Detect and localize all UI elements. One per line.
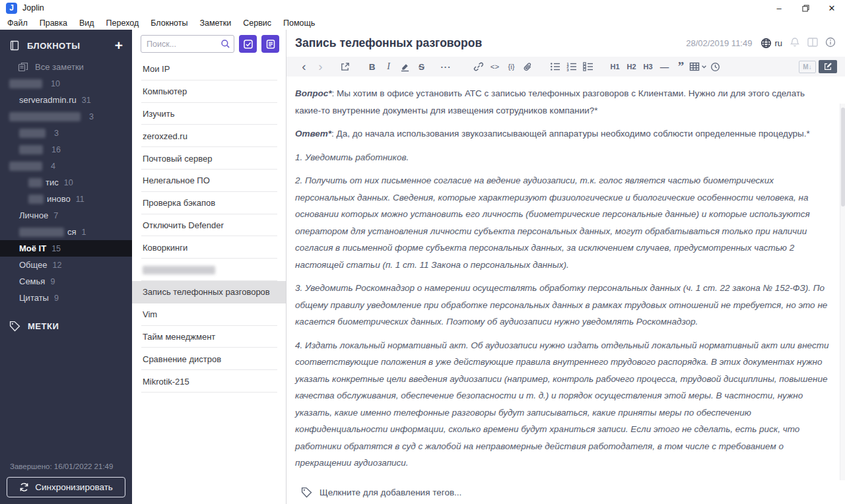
close-button[interactable]: ✕ [819, 0, 845, 16]
notebook-label: serveradmin.ru [19, 95, 77, 105]
sidebar-notebook-item[interactable]: 4 [0, 158, 132, 174]
sidebar-notebook-item[interactable]: Личное7 [0, 207, 132, 224]
more-icon[interactable]: ··· [438, 58, 454, 75]
sidebar-notebook-item[interactable]: Семья9 [0, 273, 132, 290]
sidebar-notebook-item[interactable]: Цитаты9 [0, 290, 132, 306]
new-todo-button[interactable] [239, 35, 257, 53]
attach-icon[interactable] [520, 58, 536, 75]
link-icon[interactable] [470, 58, 487, 75]
note-title-label: Почтовый сервер [143, 154, 212, 164]
menu-item[interactable]: Заметки [193, 18, 237, 28]
note-count: 12 [53, 261, 62, 270]
quote-icon[interactable]: ” [673, 58, 689, 75]
bold-icon[interactable]: B [364, 58, 380, 75]
sidebar-notebook-item[interactable]: 3 [0, 108, 132, 125]
note-list-item[interactable]: Тайм менеджмент [132, 326, 286, 348]
menu-item[interactable]: Блокноты [145, 18, 193, 28]
new-note-button[interactable] [261, 35, 279, 53]
toggle-markdown-editor-button[interactable]: M↓ [799, 61, 816, 73]
tag-bar[interactable]: Щелкните для добавления тегов... [287, 480, 845, 504]
synchronize-button[interactable]: Синхронизировать [7, 477, 125, 497]
set-alarm-icon[interactable] [790, 37, 800, 50]
new-notebook-button[interactable]: + [115, 41, 123, 50]
hr-icon[interactable]: — [656, 58, 673, 75]
note-list-item[interactable]: Запись телефонных разговоров [132, 281, 286, 303]
menu-item[interactable]: Вид [73, 18, 100, 28]
note-list-item[interactable]: zeroxzed.ru [132, 125, 286, 147]
note-paragraph: 1. Уведомить работников. [295, 149, 832, 166]
toggle-layout-icon[interactable] [807, 38, 818, 49]
edit-pencil-icon [823, 62, 832, 71]
sidebar-notebook-item[interactable]: Моё IT15 [0, 240, 132, 257]
search-icon [220, 39, 230, 51]
code-block-icon[interactable]: {i} [503, 58, 520, 75]
note-title[interactable]: Запись телефонных разговоров [295, 36, 686, 50]
notebook-label: Цитаты [19, 293, 49, 303]
note-list-item[interactable] [132, 259, 286, 281]
back-icon[interactable]: ‹ [296, 58, 312, 75]
notebook-label: Личное [19, 210, 48, 220]
forward-icon[interactable]: › [312, 58, 329, 75]
highlight-icon[interactable] [397, 58, 413, 75]
sidebar-item-all-notes[interactable]: Все заметки [0, 59, 132, 75]
insert-time-icon[interactable] [707, 58, 724, 75]
note-list-item[interactable]: Mikrotik-215 [132, 370, 286, 393]
sidebar-notebook-item[interactable]: иново11 [0, 191, 132, 207]
notebook-label: иново [47, 194, 71, 204]
menu-bar: ФайлПравкаВидПереходБлокнотыЗаметкиСерви… [0, 16, 845, 30]
sidebar-notebook-item[interactable]: 16 [0, 141, 132, 158]
svg-text:3: 3 [566, 68, 568, 72]
spellcheck-language[interactable]: ru [760, 38, 782, 49]
menu-item[interactable]: Сервис [237, 18, 277, 28]
note-list-item[interactable]: Проверка бэкапов [132, 192, 286, 214]
note-title-label: Vim [143, 309, 157, 319]
inline-code-icon[interactable]: <> [487, 58, 503, 75]
note-count: 7 [53, 211, 58, 220]
note-properties-icon[interactable] [825, 37, 836, 50]
bullet-list-icon[interactable] [547, 58, 563, 75]
sidebar-notebook-item[interactable]: 10 [0, 75, 132, 92]
sidebar-notebook-item[interactable]: serveradmin.ru31 [0, 92, 132, 108]
editor-scrollbar[interactable] [840, 104, 845, 480]
table-icon[interactable] [689, 58, 707, 75]
note-count: 16 [51, 145, 61, 154]
h3-icon[interactable]: H3 [640, 58, 656, 75]
menu-item[interactable]: Переход [100, 18, 145, 28]
h1-icon[interactable]: H1 [607, 58, 623, 75]
redacted-notebook-name [28, 178, 42, 187]
sidebar-notebook-item[interactable]: тис10 [0, 174, 132, 191]
strikethrough-icon[interactable]: S [413, 58, 430, 75]
sidebar-notebook-item[interactable]: 3 [0, 125, 132, 141]
toggle-richtext-editor-button[interactable] [819, 60, 837, 73]
menu-item[interactable]: Помощь [277, 18, 321, 28]
note-list-item[interactable]: Компьютер [132, 80, 286, 103]
note-list-item[interactable]: Мои IP [132, 58, 286, 80]
note-title-label: Изучить [143, 109, 174, 119]
numbered-list-icon[interactable]: 123 [563, 58, 580, 75]
italic-icon[interactable]: I [380, 58, 397, 75]
minimize-button[interactable]: – [766, 0, 792, 16]
h2-icon[interactable]: H2 [623, 58, 640, 75]
scrollbar-thumb[interactable] [841, 108, 845, 206]
note-title-label: Mikrotik-215 [143, 377, 189, 387]
checklist-icon[interactable] [580, 58, 596, 75]
notebook-label: Моё IT [19, 243, 46, 253]
note-list-item[interactable]: Отключить Defender [132, 214, 286, 237]
note-body[interactable]: Вопрос*: Мы хотим в офисе установить АТС… [287, 77, 845, 480]
menu-item[interactable]: Файл [1, 18, 34, 28]
sidebar-notebook-item[interactable]: ся1 [0, 224, 132, 240]
menu-item[interactable]: Правка [34, 18, 73, 28]
note-list-item[interactable]: Vim [132, 303, 286, 326]
note-list-item[interactable]: Сравнение дистров [132, 348, 286, 370]
sidebar-notebook-item[interactable]: Общее12 [0, 257, 132, 273]
note-list-item[interactable]: Почтовый сервер [132, 147, 286, 170]
external-link-icon[interactable] [337, 58, 353, 75]
note-list-item[interactable]: Нелегальное ПО [132, 170, 286, 192]
note-list-item[interactable]: Коворкинги [132, 236, 286, 259]
restore-button[interactable] [792, 0, 819, 16]
note-paragraph: 2. Получить от них письменное согласие н… [295, 172, 832, 273]
add-tags-label: Щелкните для добавления тегов... [320, 488, 461, 497]
redacted-notebook-name [28, 195, 44, 204]
tags-header: МЕТКИ [28, 321, 59, 331]
note-list-item[interactable]: Изучить [132, 103, 286, 125]
